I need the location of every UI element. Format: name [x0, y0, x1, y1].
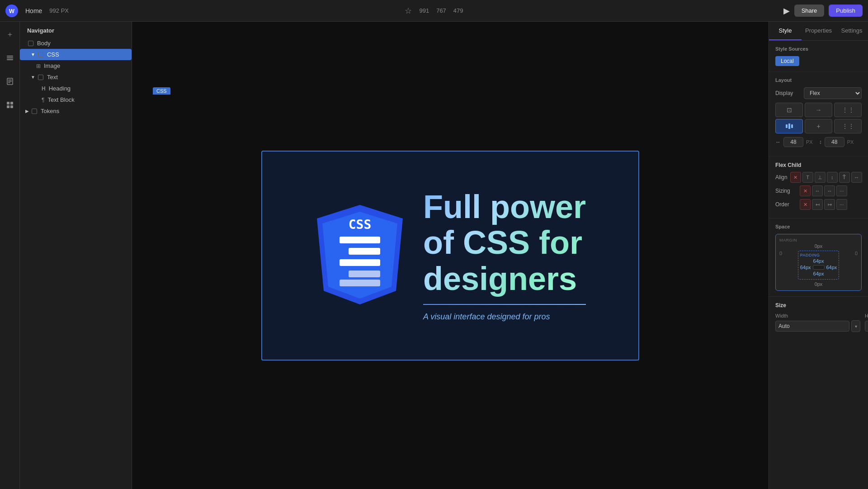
- sizing-shrink-btn[interactable]: ↔: [812, 185, 823, 196]
- nav-item-heading[interactable]: H Heading: [20, 83, 132, 94]
- padding-right-val[interactable]: 64px: [826, 265, 837, 270]
- align-x-btn[interactable]: ✕: [790, 172, 801, 183]
- margin-right-val[interactable]: 0: [855, 251, 858, 280]
- arrow-css: ▼: [31, 52, 35, 57]
- css-divider: [423, 304, 586, 305]
- play-button[interactable]: ▶: [783, 6, 790, 16]
- main-layout: ＋ Navigator Bo: [0, 22, 868, 489]
- size-section: Size Width ▾ Height ▾: [769, 297, 868, 337]
- nav-item-text[interactable]: ▼ Text: [20, 71, 132, 83]
- padding-left-val[interactable]: 64px: [800, 265, 811, 270]
- align-stretch-btn[interactable]: ↕: [827, 172, 838, 183]
- tab-settings[interactable]: Settings: [835, 22, 868, 40]
- flex-align-cols[interactable]: ⋮⋮: [834, 103, 862, 117]
- margin-bottom-val[interactable]: 0px: [779, 281, 858, 287]
- sizing-grow-btn[interactable]: ↔: [824, 185, 835, 196]
- css3-logo: CSS: [315, 203, 405, 309]
- svg-rect-18: [340, 259, 380, 266]
- tab-style[interactable]: Style: [769, 22, 802, 40]
- css-text-content: Full power of CSS for designers A visual…: [423, 189, 586, 322]
- coord-2: 767: [436, 7, 446, 14]
- space-box: MARGIN 0px 0 PADDING 64px 64px 64px: [775, 234, 862, 291]
- width-input[interactable]: [775, 321, 849, 332]
- left-icon-panel: ＋: [0, 22, 20, 489]
- checkbox-body: [28, 41, 33, 46]
- space-title: Space: [775, 224, 862, 229]
- share-button[interactable]: Share: [794, 5, 825, 17]
- nav-item-tokens-label: Tokens: [41, 108, 59, 114]
- layout-title: Layout: [775, 77, 862, 83]
- padding-bottom-val[interactable]: 64px: [800, 271, 837, 276]
- nav-item-image-label: Image: [44, 62, 60, 69]
- svg-rect-4: [7, 59, 13, 60]
- flex-align-tc[interactable]: →: [805, 103, 832, 117]
- nav-item-text-label: Text: [47, 74, 58, 81]
- order-more-btn[interactable]: ···: [836, 199, 847, 210]
- svg-rect-17: [349, 248, 380, 255]
- svg-rect-12: [10, 105, 13, 108]
- canvas-area: CSS CSS: [132, 22, 769, 489]
- display-select[interactable]: FlexBlockGrid: [804, 87, 862, 99]
- heading-icon: H: [42, 85, 46, 92]
- inner-content-box: [813, 265, 825, 270]
- local-style-btn[interactable]: Local: [775, 56, 799, 66]
- svg-rect-3: [7, 57, 13, 58]
- assets-icon[interactable]: [3, 98, 17, 112]
- nav-item-image[interactable]: ⊞ Image: [20, 60, 132, 71]
- star-icon[interactable]: ☆: [405, 6, 412, 16]
- flex-gap-row: ↔ 48 PX ↕ 48 PX: [775, 137, 862, 147]
- sizing-more-btn[interactable]: ···: [836, 185, 847, 196]
- svg-rect-11: [7, 105, 9, 108]
- align-row: Align ✕ T ⊥ ↕ T̄ ↔: [775, 172, 862, 183]
- publish-button[interactable]: Publish: [829, 5, 863, 17]
- align-center-btn[interactable]: T̄: [839, 172, 850, 183]
- flex-align-grid: ⊡ → ⋮⋮ + ⋮⋮: [775, 103, 862, 133]
- order-label: Order: [775, 201, 798, 208]
- height-input[interactable]: [865, 321, 868, 332]
- nav-item-body[interactable]: Body: [20, 38, 132, 49]
- display-row: Display FlexBlockGrid: [775, 87, 862, 99]
- order-first-btn[interactable]: ↤: [812, 199, 823, 210]
- order-last-btn[interactable]: ↦: [824, 199, 835, 210]
- gap-h-input[interactable]: 48: [783, 137, 803, 147]
- nav-item-textblock[interactable]: ¶ Text Block: [20, 94, 132, 105]
- canvas-frame[interactable]: CSS Full power of CSS for designers: [261, 151, 639, 361]
- add-icon[interactable]: ＋: [3, 27, 17, 42]
- align-baseline-btn[interactable]: ↔: [851, 172, 862, 183]
- layers-icon[interactable]: [3, 51, 17, 65]
- flex-align-rows[interactable]: ⋮⋮: [834, 119, 862, 133]
- flex-align-tl[interactable]: ⊡: [775, 103, 803, 117]
- gap-v-icon: ↕: [819, 139, 822, 145]
- coordinates: 991 767 479: [419, 7, 463, 14]
- width-arrow-btn[interactable]: ▾: [851, 320, 860, 332]
- order-row: Order ✕ ↤ ↦ ···: [775, 199, 862, 210]
- gap-v-input[interactable]: 48: [825, 137, 844, 147]
- nav-item-css[interactable]: ▼ CSS: [20, 49, 132, 60]
- sizing-x-btn[interactable]: ✕: [800, 185, 811, 196]
- pages-icon[interactable]: [3, 74, 17, 89]
- svg-rect-7: [8, 81, 12, 82]
- textblock-icon: ¶: [42, 97, 44, 103]
- nav-item-tokens[interactable]: ▶ Tokens: [20, 105, 132, 117]
- order-btns: ✕ ↤ ↦ ···: [800, 199, 847, 210]
- margin-top-val[interactable]: 0px: [779, 243, 858, 249]
- checkbox-tokens: [32, 109, 37, 114]
- arrow-text: ▼: [31, 75, 35, 80]
- align-bottom-btn[interactable]: ⊥: [815, 172, 826, 183]
- coord-3: 479: [453, 7, 463, 14]
- css-main-heading: Full power of CSS for designers: [423, 189, 586, 297]
- layout-section: Layout Display FlexBlockGrid ⊡ → ⋮⋮: [769, 72, 868, 157]
- align-top-btn[interactable]: T: [802, 172, 813, 183]
- space-section: Space MARGIN 0px 0 PADDING 64px 64px 64: [769, 218, 868, 297]
- padding-label: PADDING: [800, 253, 837, 257]
- tab-properties[interactable]: Properties: [802, 22, 835, 40]
- flex-align-ml[interactable]: [775, 119, 803, 133]
- home-link[interactable]: Home: [25, 7, 42, 14]
- navigator-title: Navigator: [20, 22, 132, 38]
- order-x-btn[interactable]: ✕: [800, 199, 811, 210]
- flex-child-section: Flex Child Align ✕ T ⊥ ↕ T̄ ↔ Sizing ✕ ↔: [769, 157, 868, 218]
- size-title: Size: [775, 302, 862, 309]
- padding-top-val[interactable]: 64px: [800, 258, 837, 264]
- flex-align-mc[interactable]: +: [805, 119, 832, 133]
- margin-left-val[interactable]: 0: [779, 251, 782, 280]
